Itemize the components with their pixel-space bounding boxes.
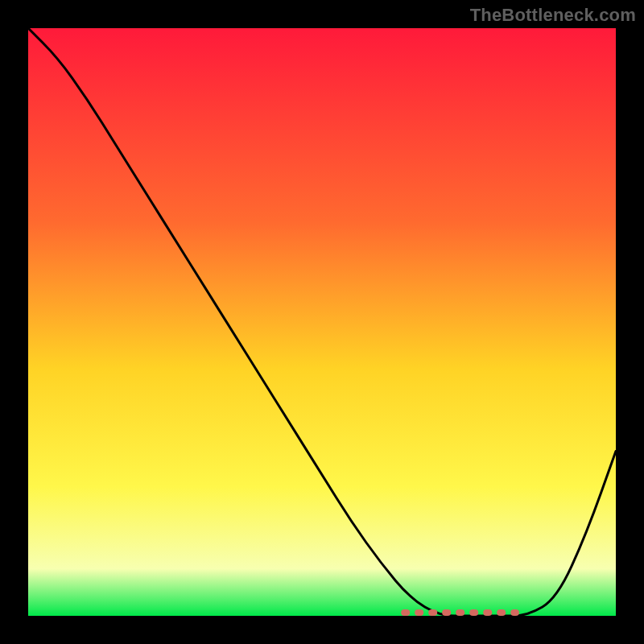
chart-svg <box>28 28 616 616</box>
gradient-background <box>28 28 616 616</box>
chart-frame: TheBottleneck.com <box>0 0 644 644</box>
watermark-text: TheBottleneck.com <box>470 5 636 26</box>
plot-area <box>28 28 616 616</box>
